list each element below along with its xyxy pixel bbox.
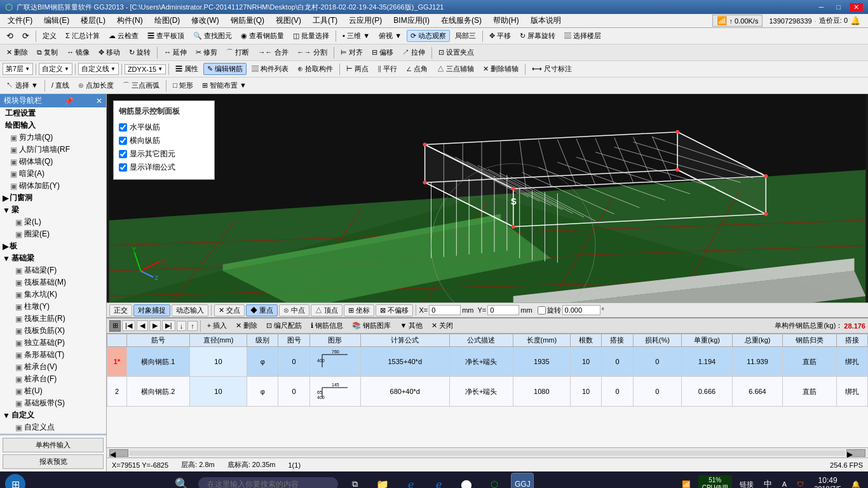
viewport-3d[interactable]: S B X Y Z 钢筋显示控制面板 bbox=[107, 94, 868, 302]
toolbar-btn-pick-comp[interactable]: ⊕ 拾取构件 bbox=[294, 63, 337, 75]
check-item-show-formula[interactable]: 显示详细公式 bbox=[119, 161, 209, 174]
x-input[interactable] bbox=[429, 305, 461, 315]
nav-last[interactable]: ▶| bbox=[162, 320, 175, 331]
edge-button[interactable]: ℯ bbox=[399, 473, 422, 488]
y-input[interactable] bbox=[487, 305, 519, 315]
tree-item-pile-cap[interactable]: ▣桩承台(V) bbox=[0, 361, 106, 373]
toolbar-btn-move[interactable]: ✥ 移动 bbox=[95, 46, 124, 58]
cortana-button[interactable]: 🔍 bbox=[170, 473, 193, 488]
toolbar-btn-parallel[interactable]: ∥ 平行 bbox=[374, 63, 401, 75]
toolbar-btn-batch-select[interactable]: ◫ 批量选择 bbox=[289, 30, 333, 42]
nav-up[interactable]: ↑ bbox=[187, 321, 198, 331]
nav-first[interactable]: |◀ bbox=[122, 320, 135, 331]
menu-cloud-app[interactable]: 云应用(P) bbox=[344, 14, 387, 27]
tree-item-pile[interactable]: ▣桩(U) bbox=[0, 385, 106, 397]
antivirus-icon[interactable]: 🛡 bbox=[794, 479, 806, 488]
lang-indicator[interactable]: 中 bbox=[761, 477, 775, 488]
toolbar-btn-local[interactable]: 局部三 bbox=[451, 30, 480, 42]
tree-branch-foundation-beam[interactable]: ▼基础梁 bbox=[0, 252, 106, 264]
toolbar-btn-rect[interactable]: □ 矩形 bbox=[169, 79, 197, 92]
toolbar-btn-dim[interactable]: ⟷ 尺寸标注 bbox=[528, 63, 576, 75]
panel-close-icon[interactable]: ✕ bbox=[96, 97, 102, 105]
toolbar-btn-delete[interactable]: ✕ 删除 bbox=[3, 46, 32, 58]
toolbar-btn-cloud-check[interactable]: ☁ 云检查 bbox=[105, 30, 142, 42]
tree-item-raft-top-rebar[interactable]: ▣筏板主筋(R) bbox=[0, 313, 106, 325]
toolbar-btn-copy[interactable]: ⧉ 复制 bbox=[33, 46, 62, 58]
toolbar-btn-level-slab[interactable]: ☰ 查平板顶 bbox=[144, 30, 188, 42]
tree-item-fnd-strip[interactable]: ▣基础板带(S) bbox=[0, 397, 106, 409]
file-explorer-button[interactable]: 📁 bbox=[371, 473, 394, 488]
menu-bim-app[interactable]: BIM应用(I) bbox=[388, 14, 435, 27]
notification-button[interactable]: 🔔 bbox=[849, 479, 863, 489]
toolbar-btn-property[interactable]: ☰ 属性 bbox=[172, 63, 202, 75]
rebar-btn-delete[interactable]: ✕ 删除 bbox=[232, 320, 261, 332]
start-button[interactable]: ⊞ bbox=[5, 474, 25, 488]
link-label[interactable]: 链接 bbox=[737, 478, 756, 489]
tree-item-custom-point[interactable]: ▣自定义点 bbox=[0, 421, 106, 433]
tree-item-draw-input[interactable]: 绘图输入 bbox=[0, 119, 106, 132]
ie-button[interactable]: ℯ bbox=[427, 473, 450, 488]
snap-btn-vertex[interactable]: △ 顶点 bbox=[311, 304, 342, 316]
tree-item-fnd-beam[interactable]: ▣基础梁(F) bbox=[0, 264, 106, 276]
toolbar-btn-smart-layout[interactable]: ⊞ 智能布置 ▼ bbox=[198, 79, 250, 92]
snap-btn-center[interactable]: ⊙ 中点 bbox=[279, 304, 309, 316]
dropdown-floor[interactable]: 第7层 bbox=[3, 63, 33, 75]
menu-floor[interactable]: 楼层(L) bbox=[76, 14, 111, 27]
toolbar-btn-rotate[interactable]: ↻ 旋转 bbox=[125, 46, 154, 58]
toolbar-btn-view-rebar[interactable]: ◉ 查看钢筋量 bbox=[237, 30, 288, 42]
toolbar-btn-select[interactable]: ↖ 选择 ▼ bbox=[3, 79, 42, 92]
gdlanding-button[interactable]: ⬡ bbox=[483, 473, 506, 488]
rebar-btn-scale[interactable]: ⊡ 编尺配筋 bbox=[262, 320, 306, 332]
menu-modify[interactable]: 修改(W) bbox=[186, 14, 224, 27]
toolbar-btn-set-clamp[interactable]: ⊡ 设置夹点 bbox=[435, 46, 478, 58]
toolbar-btn-point-length[interactable]: ⊙ 点加长度 bbox=[74, 79, 118, 92]
toolbar-btn-edit-rebar[interactable]: ✎ 编辑钢筋 bbox=[203, 63, 247, 75]
menu-version[interactable]: 版本说明 bbox=[526, 14, 566, 27]
rebar-panel-icon[interactable]: ⊞ bbox=[109, 320, 121, 332]
toolbar-btn-break[interactable]: ⌒ 打断 bbox=[222, 46, 253, 58]
title-bar-controls[interactable]: ─ □ ✕ bbox=[815, 3, 863, 11]
check-item-horizontal[interactable]: 水平纵筋 bbox=[119, 121, 209, 134]
toolbar-btn-redo[interactable]: ⟳ bbox=[18, 30, 33, 42]
tree-item-raft-fnd[interactable]: ▣筏板基础(M) bbox=[0, 276, 106, 288]
toolbar-btn-align[interactable]: ⊨ 对齐 bbox=[337, 46, 367, 58]
rebar-btn-insert[interactable]: + 插入 bbox=[203, 320, 231, 332]
toolbar-btn-stretch[interactable]: ↗ 拉伸 bbox=[398, 46, 429, 58]
rebar-btn-info[interactable]: ℹ 钢筋信息 bbox=[307, 320, 347, 332]
close-button[interactable]: ✕ bbox=[850, 3, 863, 11]
toolbar-btn-split[interactable]: ←→ 分割 bbox=[294, 46, 331, 58]
menu-draw[interactable]: 绘图(D) bbox=[149, 14, 186, 27]
rotate-checkbox[interactable] bbox=[538, 306, 546, 315]
table-row[interactable]: 2 横向钢筋.2 10 φ 0 145 65 bbox=[107, 377, 868, 407]
tree-item-isolated-fnd[interactable]: ▣独立基础(P) bbox=[0, 337, 106, 349]
menu-view[interactable]: 视图(V) bbox=[271, 14, 306, 27]
toolbar-btn-trim[interactable]: ✂ 修剪 bbox=[192, 46, 221, 58]
toolbar-btn-merge[interactable]: →← 合并 bbox=[255, 46, 292, 58]
toolbar-btn-two-point[interactable]: ⊢ 两点 bbox=[342, 63, 372, 75]
snap-btn-dynamic-input[interactable]: 动态输入 bbox=[172, 304, 208, 316]
report-preview-button[interactable]: 报表预览 bbox=[3, 454, 104, 469]
toolbar-btn-top-view[interactable]: 俯视 ▼ bbox=[375, 30, 405, 42]
tree-item-dark-beam[interactable]: ▣暗梁(A) bbox=[0, 168, 106, 180]
check-item-transverse[interactable]: 横向纵筋 bbox=[119, 134, 209, 147]
rebar-table-container[interactable]: 筋号 直径(mm) 级别 图号 图形 计算公式 公式描述 长度(mm) 根数 搭… bbox=[107, 334, 868, 447]
clock[interactable]: 10:49 2018/7/5 bbox=[811, 476, 844, 488]
toolbar-btn-line[interactable]: / 直线 bbox=[48, 79, 73, 92]
toolbar-btn-extend[interactable]: ↔ 延伸 bbox=[160, 46, 191, 58]
scroll-track[interactable] bbox=[130, 451, 845, 456]
minimize-button[interactable]: ─ bbox=[815, 3, 828, 11]
toolbar-btn-select-floor[interactable]: ▤ 选择楼层 bbox=[560, 30, 605, 42]
tree-item-pile-cap2[interactable]: ▣桩承台(F) bbox=[0, 373, 106, 385]
network-icon[interactable]: 📶 bbox=[679, 479, 693, 489]
snap-btn-object-snap[interactable]: 对象捕捉 bbox=[133, 304, 170, 316]
toolbar-btn-mirror[interactable]: ↔ 镜像 bbox=[63, 46, 93, 58]
toolbar-btn-undo[interactable]: ⟲ bbox=[3, 30, 17, 42]
maximize-button[interactable]: □ bbox=[832, 3, 844, 11]
search-input[interactable] bbox=[198, 477, 338, 488]
toolbar-btn-three-point-aux[interactable]: △ 三点辅轴 bbox=[433, 63, 478, 75]
toolbar-btn-screen-rotate[interactable]: ↻ 屏幕旋转 bbox=[516, 30, 559, 42]
rebar-btn-close[interactable]: ✕ 关闭 bbox=[428, 320, 457, 332]
snap-btn-no-offset[interactable]: ⊠ 不偏移 bbox=[376, 304, 413, 316]
tree-item-beam[interactable]: ▣梁(L) bbox=[0, 216, 106, 228]
tree-branch-windows[interactable]: ▶门窗洞 bbox=[0, 192, 106, 204]
